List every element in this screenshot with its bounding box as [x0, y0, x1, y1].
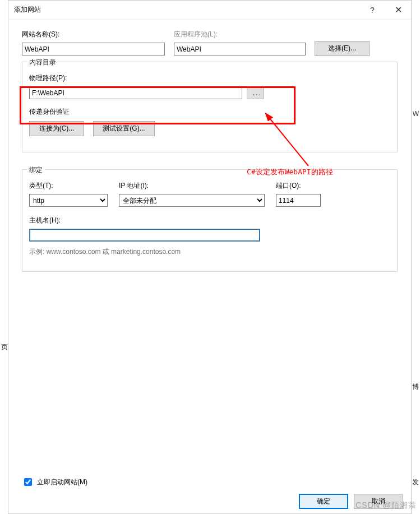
app-pool-input [174, 43, 306, 55]
physical-path-input[interactable] [29, 86, 242, 99]
browse-path-button[interactable]: ... [247, 86, 264, 99]
app-pool-label: 应用程序池(L): [174, 30, 306, 39]
ip-select[interactable]: 全部未分配 [119, 194, 265, 207]
bg-text-right-fa: 发 [412, 478, 419, 487]
type-label: 类型(T): [29, 181, 108, 191]
ip-label: IP 地址(I): [119, 181, 265, 191]
bg-text-right-bo: 博 [412, 382, 419, 392]
port-label: 端口(O): [276, 181, 321, 191]
pass-through-auth-label: 传递身份验证 [29, 108, 70, 115]
watermark-text: CSDN @陌湘萘 [356, 501, 417, 511]
hostname-input[interactable] [29, 229, 260, 242]
content-directory-group: 内容目录 物理路径(P): ... 传递身份验证 连接为(C)... 测试设置(… [22, 62, 398, 152]
bg-text-right-w: W [413, 110, 419, 118]
add-website-dialog: 添加网站 ? ✕ 网站名称(S): 应用程序池(L): 选择(E)... 内容目… [8, 0, 412, 514]
titlebar: 添加网站 ? ✕ [8, 1, 411, 20]
content-directory-legend: 内容目录 [27, 58, 58, 67]
connect-as-button[interactable]: 连接为(C)... [29, 121, 84, 136]
help-button[interactable]: ? [359, 1, 385, 19]
dialog-content: 网站名称(S): 应用程序池(L): 选择(E)... 内容目录 物理路径(P)… [8, 20, 411, 272]
start-immediately-label: 立即启动网站(M) [37, 478, 87, 487]
hostname-example: 示例: www.contoso.com 或 marketing.contoso.… [29, 247, 390, 257]
close-button[interactable]: ✕ [385, 1, 411, 19]
ok-button[interactable]: 确定 [299, 494, 348, 509]
port-input[interactable] [276, 194, 321, 207]
physical-path-label: 物理路径(P): [29, 73, 390, 83]
binding-group: 绑定 类型(T): http IP 地址(I): 全部未分配 端口(O): [22, 169, 398, 272]
dialog-title: 添加网站 [14, 5, 41, 15]
annotation-text: C#设定发布WebAPI的路径 [247, 167, 333, 177]
start-immediately-checkbox[interactable] [24, 478, 32, 486]
select-pool-button[interactable]: 选择(E)... [315, 41, 370, 56]
bg-text-left: 页 [1, 342, 8, 352]
site-name-label: 网站名称(S): [22, 30, 165, 39]
test-settings-button[interactable]: 测试设置(G)... [93, 121, 155, 136]
type-select[interactable]: http [29, 194, 108, 207]
hostname-label: 主机名(H): [29, 216, 390, 225]
binding-legend: 绑定 [27, 165, 45, 175]
site-name-input[interactable] [22, 43, 165, 55]
start-immediately-row[interactable]: 立即启动网站(M) [22, 476, 87, 488]
